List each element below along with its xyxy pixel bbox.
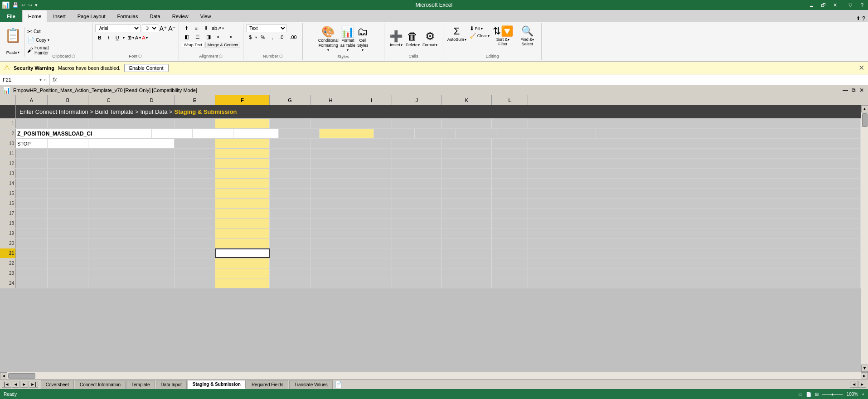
cell-B20[interactable] — [48, 238, 88, 248]
cell-J18[interactable] — [392, 219, 442, 228]
row-num-24[interactable]: 24 — [0, 278, 16, 288]
cell-I24[interactable] — [351, 278, 392, 288]
cell-C13[interactable] — [88, 169, 129, 178]
sheet-nav-last[interactable]: ►| — [29, 381, 38, 388]
cell-D15[interactable] — [129, 189, 175, 198]
cell-K18[interactable] — [442, 219, 492, 228]
cell-F24[interactable] — [215, 278, 270, 288]
cell-D11[interactable] — [129, 149, 175, 158]
cell-L16[interactable] — [492, 199, 528, 208]
decrease-indent-button[interactable]: ⇤ — [214, 33, 224, 41]
cell-L11[interactable] — [492, 149, 528, 158]
cell-A12[interactable] — [16, 159, 48, 168]
cell-B16[interactable] — [48, 199, 88, 208]
font-grow-button[interactable]: A⁺ — [160, 25, 167, 32]
cell-L12[interactable] — [492, 159, 528, 168]
cell-H18[interactable] — [310, 219, 351, 228]
cell-A21[interactable] — [16, 248, 48, 258]
cell-J14[interactable] — [392, 179, 442, 188]
cell-D16[interactable] — [129, 199, 175, 208]
sheet-tab-connect-info[interactable]: Connect Information — [75, 380, 126, 389]
cell-H10[interactable] — [310, 139, 351, 148]
cell-D17[interactable] — [129, 209, 175, 218]
cell-E22[interactable] — [175, 258, 215, 268]
cell-L1[interactable] — [492, 119, 528, 128]
workbook-close-btn[interactable]: ✕ — [858, 87, 865, 93]
cell-E24[interactable] — [175, 278, 215, 288]
row-num-19[interactable]: 19 — [0, 229, 16, 238]
cell-L23[interactable] — [492, 268, 528, 278]
cell-F18[interactable] — [215, 219, 270, 228]
cell-C15[interactable] — [88, 189, 129, 198]
cell-B18[interactable] — [48, 219, 88, 228]
cell-L2[interactable] — [596, 129, 632, 138]
cell-J22[interactable] — [392, 258, 442, 268]
sheet-insert-btn[interactable]: 📄 — [333, 381, 344, 388]
cell-J20[interactable] — [392, 238, 442, 248]
cond-format-dropdown[interactable]: ▾ — [327, 48, 329, 52]
cell-A19[interactable] — [16, 229, 48, 238]
cell-K10[interactable] — [442, 139, 492, 148]
cell-G18[interactable] — [270, 219, 310, 228]
cell-H21[interactable] — [310, 248, 351, 258]
increase-indent-button[interactable]: ⇥ — [225, 33, 234, 41]
row-num-15[interactable]: 15 — [0, 189, 16, 198]
horizontal-scrollbar[interactable]: ◄ ► — [0, 372, 868, 379]
cell-B14[interactable] — [48, 179, 88, 188]
cell-F16[interactable] — [215, 199, 270, 208]
clear-button[interactable]: 🧹 Clear ▾ — [470, 33, 490, 39]
orientation-dropdown[interactable]: ▾ — [222, 26, 224, 30]
cell-A20[interactable] — [16, 238, 48, 248]
cell-A18[interactable] — [16, 219, 48, 228]
cell-G22[interactable] — [270, 258, 310, 268]
cell-H16[interactable] — [310, 199, 351, 208]
cell-A22[interactable] — [16, 258, 48, 268]
cell-D23[interactable] — [129, 268, 175, 278]
cell-K11[interactable] — [442, 149, 492, 158]
number-format-select[interactable]: Text General Number Currency Date — [246, 24, 287, 32]
insert-dropdown[interactable]: ▾ — [401, 43, 402, 47]
find-select-button[interactable]: 🔍 Find & ▾ Select — [516, 25, 538, 46]
row-num-2[interactable]: 2 — [0, 129, 16, 138]
cell-L10[interactable] — [492, 139, 528, 148]
cell-F2[interactable] — [320, 129, 374, 138]
cell-F19[interactable] — [215, 229, 270, 238]
page-break-btn[interactable]: ⊞ — [815, 392, 819, 397]
align-middle-button[interactable]: ≡ — [192, 25, 200, 32]
cell-C23[interactable] — [88, 268, 129, 278]
paste-button[interactable]: 📋 Paste ▾ — [2, 27, 24, 57]
format-button[interactable]: ⚙ Format ▾ — [422, 30, 438, 47]
cell-B2[interactable] — [152, 129, 193, 138]
border-dropdown[interactable]: ▾ — [132, 36, 134, 40]
format-as-table-button[interactable]: 📊 Format as Table ▾ — [340, 25, 355, 52]
col-header-E[interactable]: E — [175, 95, 215, 105]
row-num-18[interactable]: 18 — [0, 219, 16, 228]
cell-C24[interactable] — [88, 278, 129, 288]
cell-B22[interactable] — [48, 258, 88, 268]
workbook-min-btn[interactable]: — — [841, 87, 849, 93]
cell-H17[interactable] — [310, 209, 351, 218]
merge-center-button[interactable]: Merge & Center ▾ — [205, 42, 241, 48]
cell-I20[interactable] — [351, 238, 392, 248]
enable-content-button[interactable]: Enable Content — [124, 64, 169, 72]
col-header-I[interactable]: I — [351, 95, 392, 105]
number-expand-icon[interactable]: ⬡ — [279, 54, 283, 58]
underline-dropdown[interactable]: ▾ — [123, 36, 125, 40]
cell-L17[interactable] — [492, 209, 528, 218]
cell-E10[interactable] — [175, 139, 215, 148]
wrap-text-button[interactable]: Wrap Text — [182, 42, 204, 48]
insert-button[interactable]: ➕ Insert ▾ — [389, 30, 403, 47]
cell-G11[interactable] — [270, 149, 310, 158]
format-painter-button[interactable]: 🖌 Format Painter — [26, 45, 50, 56]
row-num-1[interactable]: 1 — [0, 119, 16, 128]
cell-F14[interactable] — [215, 179, 270, 188]
cell-H15[interactable] — [310, 189, 351, 198]
sheet-nav-next[interactable]: ► — [20, 381, 28, 388]
h-scroll-thumb[interactable] — [8, 373, 35, 379]
cell-A24[interactable] — [16, 278, 48, 288]
font-name-select[interactable]: Arial — [95, 24, 141, 32]
cell-L18[interactable] — [492, 219, 528, 228]
cell-H14[interactable] — [310, 179, 351, 188]
find-dropdown[interactable]: ▾ — [532, 38, 534, 42]
cell-H13[interactable] — [310, 169, 351, 178]
